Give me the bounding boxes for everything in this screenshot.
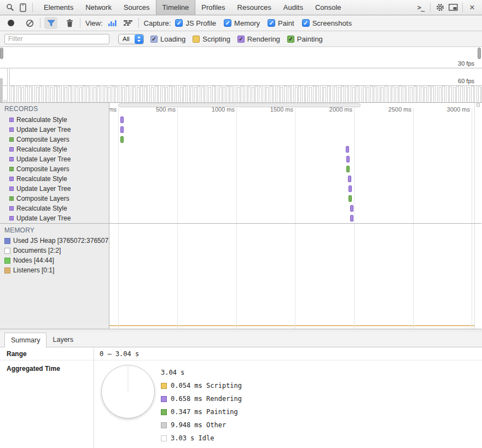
record-row[interactable]: Update Layer Tree — [0, 125, 109, 135]
frame-bar — [378, 85, 380, 102]
overview-right-handle[interactable] — [478, 48, 481, 59]
tab-elements[interactable]: Elements — [38, 0, 79, 15]
record-bar — [350, 205, 353, 212]
records-header: RECORDS — [0, 103, 109, 113]
memory-counter-row[interactable]: Nodes [44:44] — [0, 255, 109, 265]
frame-bar — [43, 85, 46, 102]
gridline — [354, 224, 355, 329]
capture-label: Capture: — [144, 19, 171, 27]
search-icon[interactable] — [3, 1, 16, 14]
record-label: Update Layer Tree — [16, 185, 71, 193]
record-row[interactable]: Composite Layers — [0, 164, 109, 174]
filter-button[interactable] — [44, 17, 57, 29]
tab-network[interactable]: Network — [79, 0, 118, 15]
frame-bar — [108, 87, 111, 102]
frame-bar — [410, 87, 413, 102]
frame-bar — [7, 68, 10, 102]
records-row: Recalculate StyleUpdate Layer TreeCompos… — [0, 115, 482, 224]
frame-bar — [130, 85, 132, 102]
frame-bar — [431, 86, 434, 102]
filter-input[interactable] — [4, 34, 109, 44]
close-icon[interactable]: × — [466, 1, 479, 14]
capture-js-profile[interactable]: ✓JS Profile — [175, 19, 216, 27]
frame-bar — [216, 85, 218, 102]
record-row[interactable]: Recalculate Style — [0, 144, 109, 154]
memory-counter-row[interactable]: Used JS Heap [3765072:3765072] — [0, 236, 109, 246]
frame-bar — [86, 86, 89, 102]
record-row[interactable]: Update Layer Tree — [0, 184, 109, 194]
frame-bar — [158, 85, 161, 102]
frame-bar — [288, 86, 291, 102]
tab-profiles[interactable]: Profiles — [195, 0, 231, 15]
checkbox-icon: ✓ — [224, 19, 231, 27]
main-tabbar: ElementsNetworkSourcesTimelineProfilesRe… — [0, 0, 482, 15]
frame-bar — [266, 87, 269, 102]
frame-bar — [18, 86, 21, 102]
clear-button[interactable] — [23, 17, 36, 29]
record-type-swatch — [9, 216, 14, 220]
view-flamechart-icon[interactable] — [121, 17, 135, 29]
frame-bar — [147, 85, 150, 102]
record-button[interactable] — [4, 17, 18, 29]
legend-item: 3.03 s Idle — [161, 432, 242, 445]
dock-side-icon[interactable] — [446, 1, 460, 14]
capture-screenshots[interactable]: ✓Screenshots — [302, 19, 352, 27]
device-toolbar-icon[interactable] — [16, 1, 30, 14]
frame-bar — [330, 85, 333, 102]
record-row[interactable]: Recalculate Style — [0, 115, 109, 125]
tab-sources[interactable]: Sources — [118, 0, 156, 15]
records-graph — [109, 115, 481, 224]
legend-text: 0.054 ms Scripting — [171, 382, 242, 389]
category-rendering[interactable]: ✓Rendering — [237, 35, 280, 43]
devtools-window: ElementsNetworkSourcesTimelineProfilesRe… — [0, 0, 482, 448]
frame-bar — [359, 85, 362, 102]
summary-view: Range 0 — 3.04 s Aggregated Time 3.04 s … — [0, 347, 482, 448]
frame-bar — [280, 87, 283, 102]
tab-audits[interactable]: Audits — [277, 0, 309, 15]
garbage-collect-icon[interactable] — [63, 17, 76, 29]
tab-layers[interactable]: Layers — [47, 333, 79, 347]
frame-bar — [201, 86, 204, 102]
frame-bar — [363, 86, 366, 102]
record-row[interactable]: Composite Layers — [0, 194, 109, 203]
capture-memory[interactable]: ✓Memory — [224, 19, 260, 27]
record-row[interactable]: Recalculate Style — [0, 203, 109, 213]
frame-bar — [208, 87, 211, 102]
record-type-swatch — [9, 147, 14, 152]
category-scripting[interactable]: Scripting — [193, 35, 230, 43]
divider — [430, 3, 431, 13]
record-label: Update Layer Tree — [16, 126, 71, 133]
checkbox-icon: ✓ — [150, 36, 158, 43]
memory-counter-row[interactable]: Listeners [0:1] — [0, 265, 109, 275]
capture-options: ✓JS Profile✓Memory✓Paint✓Screenshots — [175, 19, 359, 27]
aggregated-time-label: Aggregated Time — [0, 360, 94, 448]
record-row[interactable]: Update Layer Tree — [0, 154, 109, 164]
record-bar — [349, 185, 352, 192]
frame-bar — [112, 86, 114, 102]
frame-bar — [424, 87, 427, 102]
capture-option-label: Screenshots — [312, 19, 352, 27]
frame-bar — [349, 85, 351, 102]
category-select[interactable]: All — [118, 34, 144, 44]
record-row[interactable]: Update Layer Tree — [0, 213, 109, 223]
frame-bar — [194, 87, 197, 102]
category-painting[interactable]: ✓Painting — [287, 35, 323, 43]
scrollbar-track-edge — [474, 224, 475, 329]
tab-resources[interactable]: Resources — [231, 0, 277, 15]
tab-timeline[interactable]: Timeline — [156, 0, 196, 15]
tab-summary[interactable]: Summary — [4, 333, 47, 347]
view-bars-icon[interactable] — [106, 17, 119, 29]
settings-gear-icon[interactable] — [433, 1, 446, 14]
tab-console[interactable]: Console — [309, 0, 347, 15]
frame-bar — [230, 86, 233, 102]
memory-counter-row[interactable]: Documents [2:2] — [0, 246, 109, 255]
record-bar — [346, 156, 350, 162]
legend-item: 0.347 ms Painting — [161, 405, 242, 418]
category-loading[interactable]: ✓Loading — [150, 35, 185, 43]
frame-bar — [234, 85, 236, 102]
record-row[interactable]: Composite Layers — [0, 135, 109, 144]
console-drawer-icon[interactable]: >_ — [414, 1, 427, 14]
capture-paint[interactable]: ✓Paint — [268, 19, 294, 27]
overview-left-handle[interactable] — [0, 48, 3, 59]
record-row[interactable]: Recalculate Style — [0, 174, 109, 184]
